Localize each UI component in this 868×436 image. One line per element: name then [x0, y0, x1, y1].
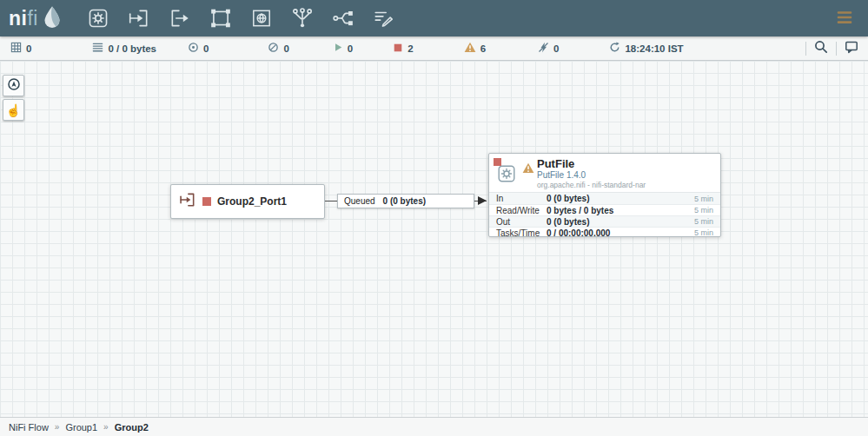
- add-output-port-button[interactable]: [167, 5, 193, 31]
- add-input-port-button[interactable]: [126, 5, 152, 31]
- nifi-droplet-icon: [42, 5, 63, 32]
- disabled-icon: [538, 41, 549, 56]
- processor-title-block: PutFile PutFile 1.4.0 org.apache.nifi - …: [537, 157, 646, 190]
- processor-cog-icon: [496, 163, 517, 188]
- invalid-count: 6: [480, 43, 486, 54]
- breadcrumb-item-root[interactable]: NiFi Flow: [9, 422, 49, 433]
- not-transmitting-stat: 0: [268, 41, 288, 56]
- port-stopped-status-icon: [202, 197, 211, 206]
- nifi-logo-text: nifi: [9, 9, 38, 29]
- stat-row-in: In 0 (0 bytes) 5 min: [489, 193, 720, 204]
- add-process-group-button[interactable]: [208, 5, 234, 31]
- hamburger-icon: [835, 8, 854, 30]
- operate-palette-button[interactable]: ☝: [3, 99, 24, 121]
- breadcrumb-item-group2-current: Group2: [115, 422, 149, 433]
- stat-row-tasks: Tasks/Time 0 / 00:00:00.000 5 min: [489, 227, 720, 238]
- funnel-icon: [291, 7, 314, 30]
- port-name: Group2_Port1: [217, 195, 287, 208]
- stopped-stat: 2: [393, 41, 413, 56]
- process-group-icon: [209, 7, 232, 30]
- add-label-button[interactable]: [371, 5, 397, 31]
- processor-node[interactable]: PutFile PutFile 1.4.0 org.apache.nifi - …: [488, 153, 721, 237]
- disabled-count: 0: [553, 43, 559, 54]
- processor-bundle: org.apache.nifi - nifi-standard-nar: [537, 181, 646, 190]
- top-toolbar: nifi: [0, 0, 868, 36]
- queued-count: 0 / 0 bytes: [108, 43, 156, 54]
- compass-icon: [7, 77, 21, 94]
- active-threads-count: 0: [26, 43, 31, 54]
- stat-label: Read/Write: [496, 206, 547, 215]
- navigate-palette-button[interactable]: [3, 75, 24, 96]
- label-icon: [373, 7, 395, 30]
- logo-suffix: fi: [27, 7, 38, 30]
- component-toolbar: [85, 5, 397, 31]
- invalid-stat: 6: [464, 41, 486, 56]
- stat-window: 5 min: [694, 195, 713, 203]
- processor-type: PutFile 1.4.0: [537, 170, 646, 181]
- processor-stopped-status-icon: [494, 158, 501, 166]
- status-bar: 0 0 / 0 bytes 0: [0, 36, 868, 61]
- stat-value: 0 bytes / 0 bytes: [547, 206, 694, 215]
- stat-value: 0 (0 bytes): [547, 217, 694, 227]
- connection-arrowhead-icon: [478, 196, 487, 205]
- search-button[interactable]: [810, 37, 832, 60]
- running-count: 0: [348, 43, 353, 54]
- add-remote-process-group-button[interactable]: [248, 5, 275, 31]
- stat-label: Out: [496, 217, 547, 227]
- status-bar-right: [802, 36, 863, 60]
- processor-header: PutFile PutFile 1.4.0 org.apache.nifi - …: [489, 154, 720, 192]
- processor-warning-icon: [522, 162, 534, 177]
- last-refresh-time: 18:24:10 IST: [625, 43, 683, 54]
- breadcrumb-separator: »: [103, 422, 109, 432]
- disabled-stat: 0: [538, 41, 559, 56]
- stat-label: Tasks/Time: [496, 228, 547, 238]
- template-icon: [332, 7, 354, 30]
- breadcrumb: NiFi Flow » Group1 » Group2: [0, 417, 868, 436]
- refresh-icon: [609, 41, 620, 56]
- connection-label[interactable]: Queued 0 (0 bytes): [337, 194, 474, 208]
- queued-value: 0 (0 bytes): [383, 196, 426, 206]
- flow-canvas[interactable]: ☝ Group2_Port1 Queued 0 (0 bytes): [0, 61, 868, 417]
- warning-triangle-icon: [464, 41, 476, 56]
- stat-window: 5 min: [694, 228, 713, 237]
- queued-list-icon: [92, 41, 103, 56]
- remote-process-group-icon: [250, 7, 273, 30]
- bulletin-note-button[interactable]: [840, 37, 863, 60]
- search-icon: [814, 40, 828, 56]
- divider: [805, 42, 806, 56]
- refresh-stat[interactable]: 18:24:10 IST: [609, 41, 683, 56]
- breadcrumb-item-group1[interactable]: Group1: [65, 422, 97, 433]
- stat-value: 0 / 00:00:00.000: [547, 228, 694, 238]
- transmitting-icon: [188, 41, 199, 56]
- divider: [836, 42, 837, 56]
- add-processor-button[interactable]: [85, 5, 111, 31]
- global-menu-button[interactable]: [832, 5, 858, 31]
- stopped-count: 2: [407, 43, 413, 54]
- processor-icon: [87, 7, 109, 30]
- canvas-controls: ☝: [3, 75, 24, 121]
- queued-label: Queued: [344, 196, 375, 206]
- add-template-button[interactable]: [330, 5, 356, 31]
- transmitting-stat: 0: [188, 41, 209, 56]
- input-port-node[interactable]: Group2_Port1: [170, 184, 325, 219]
- stat-label: In: [496, 194, 547, 203]
- processor-name: PutFile: [537, 157, 646, 170]
- active-threads-stat: 0: [10, 41, 31, 56]
- transmitting-count: 0: [203, 43, 209, 54]
- nifi-logo: nifi: [9, 5, 63, 32]
- hand-pointer-icon: ☝: [6, 103, 21, 117]
- output-port-icon: [169, 7, 191, 30]
- running-stat: 0: [333, 41, 353, 56]
- port-icon: [179, 191, 196, 212]
- stat-value: 0 (0 bytes): [547, 194, 694, 203]
- note-icon: [845, 40, 858, 56]
- threads-icon: [10, 41, 22, 56]
- processor-stats: In 0 (0 bytes) 5 min Read/Write 0 bytes …: [489, 192, 720, 238]
- breadcrumb-separator: »: [55, 422, 60, 432]
- stat-window: 5 min: [694, 206, 713, 215]
- logo-prefix: ni: [9, 7, 27, 30]
- running-play-icon: [333, 41, 343, 56]
- add-funnel-button[interactable]: [289, 5, 315, 31]
- stat-window: 5 min: [694, 217, 713, 226]
- stat-row-out: Out 0 (0 bytes) 5 min: [489, 215, 720, 227]
